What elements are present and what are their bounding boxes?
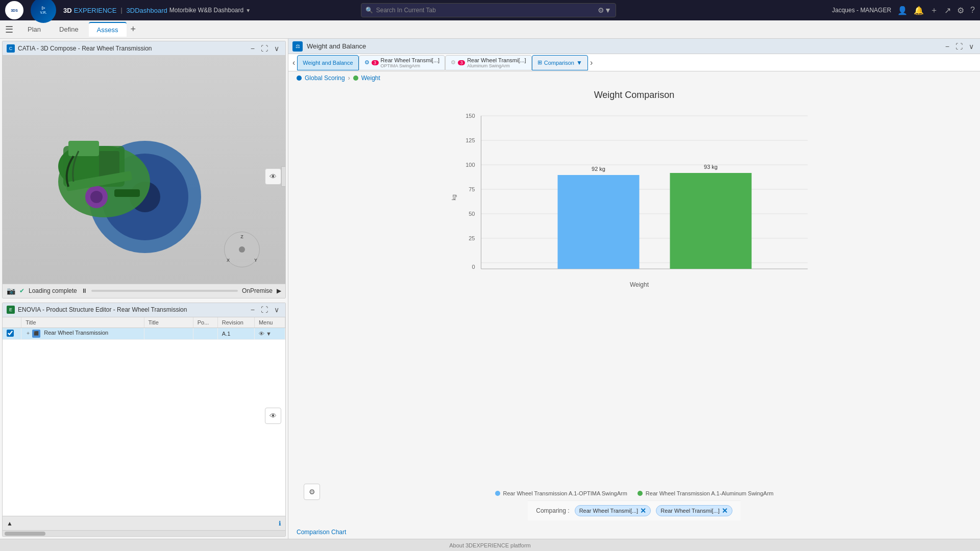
tab-rw-optima[interactable]: ⚙ 3 Rear Wheel Transmi[...] OPTIMA Swing… — [359, 55, 446, 70]
svg-text:0: 0 — [472, 264, 475, 270]
comparison-chart-link[interactable]: Comparison Chart — [297, 529, 346, 536]
weight-comparison-chart: 150 125 100 75 50 25 0 kg 92 kg — [299, 106, 970, 299]
pse-row-checkbox-cell[interactable] — [3, 328, 21, 339]
catia-panel-title: CATIA - 3D Compose - Rear Wheel Transmis… — [18, 45, 246, 52]
pse-row-title2-cell — [144, 328, 193, 339]
tab-rw-optima-subtitle: OPTIMA SwingArm — [381, 63, 440, 68]
nav-x-label: X — [227, 258, 230, 263]
notification-icon[interactable]: 🔔 — [914, 6, 924, 15]
compare-tag-2[interactable]: Rear Wheel Transmi[...] ✕ — [656, 505, 732, 516]
3d-view-area[interactable]: Z X Y 👁 ‹ 📷 ✔ Loading complete — [3, 56, 285, 298]
pse-bottom-up-arrow[interactable]: ▲ — [7, 520, 13, 527]
pse-right-tool-area: ⚙ — [304, 484, 320, 500]
footer-text[interactable]: About 3DEXPERIENCE platform — [449, 542, 531, 548]
filter-icon[interactable]: ⚙ — [598, 6, 604, 14]
3d-view-toolbar: 👁 — [265, 168, 281, 185]
catia-panel-menu-button[interactable]: ∨ — [272, 43, 281, 54]
nav-tab-assess[interactable]: Assess — [89, 22, 127, 37]
pse-panel-controls: − ⛶ ∨ — [249, 305, 281, 315]
snapshot-icon[interactable]: 📷 — [7, 287, 15, 295]
pse-info-icon[interactable]: ℹ — [279, 520, 281, 527]
compare-tag-2-remove-button[interactable]: ✕ — [722, 507, 728, 515]
app-logo[interactable]: 3DS — [5, 1, 23, 19]
brand-dropdown-arrow[interactable]: ▼ — [246, 8, 251, 13]
brand-separator: | — [120, 7, 122, 14]
breadcrumb-weight-current[interactable]: Weight — [361, 74, 380, 82]
loading-status-text: Loading complete — [29, 287, 77, 294]
pse-row-expand-arrow[interactable]: ▼ — [266, 331, 272, 337]
main-content: C CATIA - 3D Compose - Rear Wheel Transm… — [0, 39, 980, 539]
compare-tag-2-label: Rear Wheel Transmi[...] — [660, 508, 720, 514]
help-icon[interactable]: ? — [970, 6, 975, 15]
pse-panel-menu-button[interactable]: ∨ — [272, 305, 281, 315]
catia-minimize-button[interactable]: − — [249, 43, 257, 54]
pse-col-checkbox — [3, 317, 21, 328]
3d-navigation-widget[interactable]: Z X Y — [224, 232, 260, 267]
pse-row-checkbox[interactable] — [7, 330, 14, 337]
tab-comparison[interactable]: ⊞ Comparison ▼ — [532, 55, 588, 70]
pse-row-eye-icon[interactable]: 👁 — [259, 331, 264, 337]
pse-col-title1: Title — [21, 317, 144, 328]
filter-dropdown-icon[interactable]: ▼ — [604, 6, 611, 14]
catia-panel-icon: C — [7, 44, 15, 53]
tab-nav-right-arrow[interactable]: › — [588, 57, 595, 68]
pse-scroll-thumb[interactable] — [5, 532, 45, 536]
wb-panel-header: ⚖ Weight and Balance − ⛶ ∨ — [288, 39, 980, 54]
topbar-search-bar[interactable]: 🔍 ⚙ ▼ — [361, 3, 616, 17]
tab-nav-left-arrow[interactable]: ‹ — [290, 57, 297, 68]
tab-rw-alum-subtitle: Aluminum SwingArm — [467, 63, 526, 68]
pause-icon[interactable]: ⏸ — [81, 287, 87, 294]
pse-row-menu-cell[interactable]: 👁 ▼ — [254, 328, 285, 339]
pse-table: Title Title Po... Revision Menu ＋ — [3, 317, 285, 417]
tab-rw-optima-label: Rear Wheel Transmi[...] — [381, 57, 440, 63]
tab-rw-aluminum[interactable]: ⚙ 3 Rear Wheel Transmi[...] Aluminum Swi… — [445, 55, 532, 70]
svg-text:75: 75 — [469, 186, 475, 192]
wb-tabs-bar: ‹ Weight and Balance ⚙ 3 Rear Wheel Tran… — [288, 54, 980, 71]
pse-expand-icon[interactable]: ＋ — [26, 330, 31, 336]
panel-collapse-button[interactable]: ‹ — [281, 166, 285, 187]
pse-horizontal-scrollbar[interactable] — [3, 530, 285, 536]
3d-tool-button-1[interactable]: 👁 — [265, 168, 281, 185]
compare-tag-1[interactable]: Rear Wheel Transmi[...] ✕ — [575, 505, 651, 516]
tab-comparison-dropdown[interactable]: ▼ — [576, 59, 582, 66]
pse-col-menu: Menu — [254, 317, 285, 328]
wb-panel-menu-button[interactable]: ∨ — [967, 41, 976, 52]
app-play-icon[interactable]: ▷ V.R. — [31, 0, 56, 23]
pse-row-revision-cell: A.1 — [217, 328, 254, 339]
pse-expand-button[interactable]: ⛶ — [259, 305, 270, 315]
tab-rw-optima-badge: 3 — [372, 60, 379, 65]
arrow-right-icon[interactable]: ▶ — [277, 287, 281, 294]
search-input[interactable] — [376, 7, 598, 14]
right-panel-tool-btn[interactable]: ⚙ — [304, 484, 320, 500]
compare-tag-1-remove-button[interactable]: ✕ — [640, 507, 646, 515]
legend-label-aluminum: Rear Wheel Transmission A.1-Aluminum Swi… — [646, 490, 774, 496]
add-icon[interactable]: ＋ — [930, 5, 938, 16]
onpremise-label: OnPremise — [242, 287, 273, 294]
share-icon[interactable]: ↗ — [944, 6, 951, 15]
catia-expand-button[interactable]: ⛶ — [259, 43, 270, 54]
tab-rw-alum-label: Rear Wheel Transmi[...] — [467, 57, 526, 63]
table-row[interactable]: ＋ ⬛ Rear Wheel Transmission A.1 👁 ▼ — [3, 328, 285, 339]
wb-panel-icon: ⚖ — [292, 41, 303, 52]
nav-tab-define[interactable]: Define — [51, 22, 87, 36]
tab-comparison-label: Comparison — [544, 60, 574, 66]
wb-expand-button[interactable]: ⛶ — [953, 41, 965, 52]
pse-row-position-cell — [193, 328, 217, 339]
user-avatar-icon[interactable]: 👤 — [897, 6, 908, 15]
settings-icon[interactable]: ⚙ — [957, 6, 964, 15]
hamburger-menu-icon[interactable]: ☰ — [5, 24, 13, 35]
tab-weight-balance[interactable]: Weight and Balance — [297, 55, 358, 70]
breadcrumb-global-dot — [297, 76, 302, 81]
svg-text:Weight: Weight — [630, 281, 649, 288]
footer: About 3DEXPERIENCE platform — [0, 539, 980, 551]
breadcrumb-global-scoring-link[interactable]: Global Scoring — [305, 74, 345, 82]
nav-tab-plan[interactable]: Plan — [19, 22, 49, 36]
add-tab-button[interactable]: + — [129, 22, 138, 37]
breadcrumb-separator: › — [348, 74, 350, 82]
wb-minimize-button[interactable]: − — [943, 41, 951, 52]
breadcrumb-weight-dot — [353, 76, 358, 81]
svg-text:150: 150 — [465, 113, 475, 119]
svg-point-10 — [90, 191, 103, 203]
pse-tool-btn[interactable]: 👁 — [265, 408, 281, 424]
pse-minimize-button[interactable]: − — [249, 305, 257, 315]
